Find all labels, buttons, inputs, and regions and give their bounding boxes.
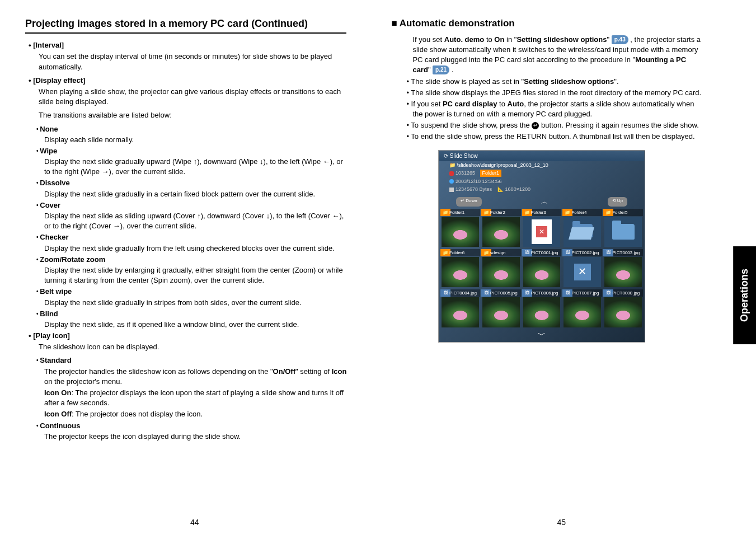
page-title: Projecting images stored in a memory PC … [25,17,346,34]
ss-tag-row: 1031265 Folder1 [449,169,634,177]
effect-none: None [42,124,346,134]
folder-open-icon [570,224,595,240]
ss-label: 🖼PICT0001.jpg [522,249,562,256]
thumb-image [604,297,642,327]
icon-on-row: Icon On: The projector displays the icon… [44,388,346,408]
effect-checker-desc: Display the next slide gradually from th… [44,243,346,254]
ss-btn-down: ↵ Down [456,197,482,207]
effect-dissolve: Dissolve [42,178,346,188]
playicon-continuous: Continuous [42,421,346,431]
thumb-image [482,297,520,327]
folder-icon [612,224,635,240]
ss-label: 🖼PICT0002.jpg [562,249,602,256]
effect-dissolve-desc: Display the next slide gradually in a ce… [44,189,346,199]
effect-none-desc: Display each slide normally. [44,135,346,145]
ss-label: 🖼PICT0004.jpg [440,289,480,297]
ss-title-bar: ⟳ Slide Show [439,151,644,161]
text-effect-intro1: When playing a slide show, the projector… [39,87,346,107]
left-page: Projecting images stored in a memory PC … [25,17,363,523]
effect-wipe-desc: Display the next slide gradually upward … [44,157,346,177]
thumb-image [442,257,479,287]
ss-label: 📁Folder6 [440,249,480,256]
bullet-5: To end the slide show, press the RETURN … [412,132,703,142]
ss-label: 📁Folder5 [603,209,643,216]
thumb-image [482,257,520,287]
effect-blind-desc: Display the next slide, as if it opened … [44,320,346,330]
thumb-image [564,297,601,327]
enter-icon: ↵ [532,122,539,129]
thumb-image [523,257,561,287]
thumb-image [482,217,520,247]
page-ref-43: p.43 [612,35,628,44]
heading-display-effect: [Display effect] [35,76,346,86]
side-tab-operations: Operations [733,246,756,344]
ss-meta: 12345678 Bytes 📐 1600×1200 [449,185,634,194]
thumb-image [604,257,642,287]
ss-label: 🖼PICT0003.jpg [603,249,643,256]
ss-label: 🖼PICT0005.jpg [481,289,521,297]
ss-label: 📁Folder3 [522,209,562,216]
ss-label: 📁Folder4 [562,209,602,216]
heading-playicon: [Play icon] [35,331,346,341]
ss-label: 🖼PICT0008.jpg [603,289,643,297]
ss-arrow-up-icon: ︿ [541,197,548,207]
text-playicon-intro: The slideshow icon can be displayed. [39,342,346,352]
document-spread: Projecting images stored in a memory PC … [0,0,756,534]
bullet-2: The slide show displays the JPEG files s… [412,88,703,98]
ss-btn-up: ⟲ Up [608,197,627,207]
ss-label: 📁sdesign [481,249,521,256]
thumb-image [442,297,479,327]
heading-auto-demo: Automatic demonstration [402,17,703,30]
page-number-left: 44 [190,517,199,528]
ss-date: 2003/12/10 12:34:56 [449,177,634,186]
effect-blind: Blind [42,309,346,319]
file-error-icon [532,219,552,244]
playicon-standard: Standard [42,355,346,366]
effect-cover: Cover [42,200,346,210]
playicon-standard-desc: The projector handles the slideshow icon… [44,367,346,387]
page-ref-21: p.21 [433,65,449,74]
bullet-4: To suspend the slide show, press the ↵ b… [412,120,703,130]
effect-checker: Checker [42,232,346,242]
page-number-right: 45 [557,517,566,528]
icon-off-row: Icon Off: The projector does not display… [44,409,346,419]
thumb-image [523,297,561,327]
effect-cover-desc: Display the next slide as sliding upward… [44,211,346,231]
effect-zoom-desc: Display the next slide by enlarging it g… [44,265,346,285]
screenshot-slideshow: ⟳ Slide Show 📁 \slideshow\design\proposa… [438,150,645,343]
auto-demo-para: If you set Auto. demo to On in "Setting … [412,35,703,76]
heading-interval: [Interval] [35,40,346,50]
text-interval: You can set the display interval of time… [39,51,346,72]
text-effect-intro2: The transitions available are listed bel… [39,110,346,120]
ss-path: 📁 \slideshow\design\proposal_2003_12_10 [449,161,634,170]
effect-zoom: Zoom/Rotate zoom [42,255,346,265]
ss-arrow-down-icon: ﹀ [439,329,644,342]
ss-label: 🖼PICT0006.jpg [522,289,562,297]
image-error-icon: ✕ [574,264,591,280]
bullet-1: The slide show is played as set in "Sett… [412,77,703,87]
ss-label: 📁Folder2 [481,209,521,216]
thumb-image [442,217,479,247]
ss-grid: 📁Folder1 📁Folder2 📁Folder3 📁Folder4 📁Fol… [439,209,644,329]
effect-wipe: Wipe [42,146,346,156]
ss-label: 📁Folder1 [440,209,480,216]
playicon-continuous-desc: The projector keeps the icon displayed d… [44,432,346,442]
bullet-3: If you set PC card display to Auto, the … [412,99,703,119]
right-page: Automatic demonstration If you set Auto.… [363,17,708,523]
ss-label: 🖼PICT0007.jpg [562,289,602,297]
effect-belt-desc: Display the next slide gradually in stri… [44,298,346,308]
effect-belt: Belt wipe [42,287,346,297]
